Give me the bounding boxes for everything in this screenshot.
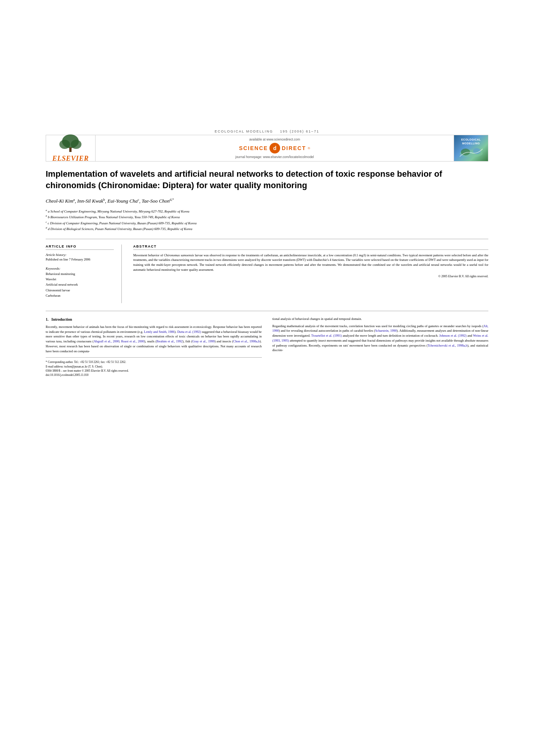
article-history: Article history: Published on line 7 Feb… [46,253,114,262]
volume-info: 195 (2006) 61–71 [280,129,319,133]
author-2-sup: b [103,198,105,201]
author-1: Cheol-Ki Kim [46,198,73,204]
affiliation-c: c c Division of Computer Engineering, Pu… [46,221,197,225]
elsevier-logo-box: ELSEVIER [46,135,96,161]
eco-modelling-img: ECOLOGICALMODELLING [454,135,488,161]
history-label: Article history: [46,253,114,257]
ref-lemly[interactable]: Lemly and Smith, 1986 [144,330,174,334]
keyword-5: Carbofuran [46,293,114,298]
keywords-list: Behavioral monitoring Wavelet Artificial… [46,271,114,299]
keywords-label: Keywords: [46,267,114,270]
svg-point-1 [59,140,70,149]
affiliations: a a School of Computer Engineering, Miry… [46,208,488,232]
keywords-section: Keywords: Behavioral monitoring Wavelet … [46,267,114,299]
col-left: 1. Introduction Recently, movement behav… [46,316,262,377]
two-col-body: 1. Introduction Recently, movement behav… [46,316,488,377]
footnote-doi: doi:10.1016/j.ecolmodel.2005.11.010 [46,373,262,377]
ref-tchernichovski[interactable]: Tchernichovski et al., 1998a,b [428,344,467,347]
author-4-sup: d,* [170,198,174,201]
elsevier-wordmark: ELSEVIER [52,155,89,163]
article-info-col: ARTICLE INFO Article history: Published … [46,245,122,303]
footnote-email: E-mail address: tschon@pusan.ac.kr (T. S… [46,364,262,369]
divider-top [46,239,488,239]
section-1-title: Introduction [51,317,72,321]
ref-gray[interactable]: Gray et al., 1999 [192,339,214,343]
page: ECOLOGICAL MODELLING 195 (2006) 61–71 EL… [0,0,534,756]
ref-scharstein[interactable]: Scharstein, 1990 [375,329,397,332]
author-2: Inn-Sil Kwak [77,198,103,204]
info-abstract-row: ARTICLE INFO Article history: Published … [46,245,488,303]
ref-ttourtellot[interactable]: Ttourtellot et al. (1991) [311,334,342,337]
article-info-label: ARTICLE INFO [46,245,114,250]
svg-point-2 [71,140,81,149]
ref-johnson[interactable]: Johnson et al. (1992) [439,334,467,337]
affiliation-b: b b Bioresources Utilization Program, Yo… [46,215,180,219]
keyword-2: Wavelet [46,277,114,282]
abstract-text: Movement behavior of Chironomus samoensi… [133,253,488,272]
affiliation-a: a a School of Computer Engineering, Miry… [46,209,190,213]
article-authors: Cheol-Ki Kima, Inn-Sil Kwakb, Eui-Young … [46,198,488,204]
ref-dutta[interactable]: Dutta et al. (1992) [177,330,201,334]
journal-title-line: ECOLOGICAL MODELLING 195 (2006) 61–71 [46,129,488,133]
top-space [0,0,534,129]
ref-abgrall[interactable]: Abgrall et al., 2000 [94,339,119,343]
keyword-1: Behavioral monitoring [46,271,114,277]
author-1-sup: a [73,198,75,201]
elsevier-tree-decoration: ELSEVIER [52,134,89,163]
main-content-divider [46,311,488,311]
eco-model-illustration [458,145,485,158]
section-1-number: 1. [46,317,49,321]
ref-ibrahim[interactable]: Ibrahim et al., 1992 [156,339,182,343]
science-text: SCIENCE [239,145,268,151]
article-body: Implementation of wavelets and artificia… [0,168,534,377]
footnote-section: * Corresponding author. Tel.: +82 51 510… [46,357,262,377]
journal-header-area: ECOLOGICAL MODELLING 195 (2006) 61–71 EL… [0,129,534,161]
intro-paragraph-1: Recently, movement behavior of animals h… [46,324,262,354]
section-1-heading: 1. Introduction [46,316,262,322]
eco-model-label: ECOLOGICALMODELLING [461,138,481,145]
author-4: Tae-Soo Chon [142,198,170,204]
svg-rect-3 [69,147,72,152]
journal-name: ECOLOGICAL MODELLING [215,129,273,133]
elsevier-banner: ELSEVIER available at www.sciencedirect.… [46,135,488,161]
author-3-sup: c [138,198,139,201]
published-date: Published on line 7 February 2006 [46,257,114,262]
intro-paragraph-3: Regarding mathematical analysis of the m… [273,324,489,353]
copyright-line: © 2005 Elsevier B.V. All rights reserved… [133,275,488,278]
direct-text: DIRECT [282,145,306,151]
journal-homepage: journal homepage: www.elsevier.com/locat… [235,155,314,159]
available-text: available at www.sciencedirect.com [249,137,300,141]
affiliation-d: d d Division of Biological Sciences, Pus… [46,227,192,231]
intro-paragraph-2-continuation: tional analysis of behavioral changes in… [273,316,489,321]
elsevier-tree-svg [55,134,86,155]
ref-roast[interactable]: Roast et al., 2000 [121,339,144,343]
keyword-4: Chironomid larvae [46,288,114,293]
abstract-label: ABSTRACT [133,245,488,250]
col-right: tional analysis of behavioral changes in… [273,316,489,377]
author-3: Eui-Young Cha [107,198,137,204]
ref-chon[interactable]: Chon et al., 1998a,b [233,339,260,343]
abstract-col: ABSTRACT Movement behavior of Chironomus… [133,245,488,303]
species-name: Chironomus samoensis [164,253,194,257]
direct-circle-icon: d [269,143,280,153]
article-title: Implementation of wavelets and artificia… [46,168,488,191]
science-direct-logo: SCIENCE d DIRECT® [239,143,310,153]
keyword-3: Artificial neural network [46,282,114,287]
elsevier-center: available at www.sciencedirect.com SCIEN… [96,135,454,161]
footnote-issn: 0304-3800/$ – see front matter © 2005 El… [46,369,262,373]
footnote-corresponding: * Corresponding author. Tel.: +82 51 510… [46,360,262,364]
direct-sup: ® [308,146,310,150]
